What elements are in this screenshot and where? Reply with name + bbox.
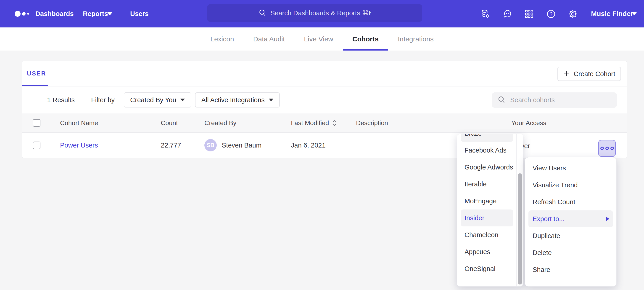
plus-icon <box>563 70 570 77</box>
apps-grid-icon[interactable] <box>524 9 534 19</box>
submenu-item-braze[interactable]: Braze <box>461 134 513 142</box>
row-actions-button[interactable] <box>598 140 616 157</box>
svg-text:?: ? <box>550 11 552 17</box>
export-submenu: Braze Facebook Ads Google Adwords Iterab… <box>457 134 524 286</box>
filter-toolbar: 1 Results Filter by Created By You All A… <box>22 86 627 113</box>
submenu-item-iterable[interactable]: Iterable <box>461 176 513 193</box>
last-modified-value: Jan 6, 2021 <box>291 141 356 149</box>
search-icon <box>498 96 506 104</box>
active-tab-underline <box>343 49 388 51</box>
cohort-search-input[interactable] <box>510 96 606 104</box>
submenu-item-moengage[interactable]: MoEngage <box>461 193 513 210</box>
avatar: SB <box>204 139 217 152</box>
submenu-scrollbar-thumb[interactable] <box>518 173 522 284</box>
header-your-access: Your Access <box>511 119 627 127</box>
table-header: Cohort Name Count Created By Last Modifi… <box>22 113 627 133</box>
row-context-menu: View Users Visualize Trend Refresh Count… <box>525 157 616 286</box>
ellipsis-icon <box>600 147 604 150</box>
create-cohort-button[interactable]: Create Cohort <box>558 67 621 81</box>
cohort-name-link[interactable]: Power Users <box>60 141 161 149</box>
project-selector[interactable]: Music Finder <box>591 0 633 28</box>
nav-users[interactable]: Users <box>130 0 149 28</box>
header-cohort-name: Cohort Name <box>60 119 161 127</box>
header-created-by: Created By <box>204 119 291 127</box>
mixpanel-logo-icon[interactable] <box>14 0 29 28</box>
submenu-item-onesignal[interactable]: OneSignal <box>461 260 513 277</box>
caret-down-icon <box>180 99 185 101</box>
global-search-input[interactable] <box>270 9 371 17</box>
submenu-item-facebook-ads[interactable]: Facebook Ads <box>461 142 513 159</box>
filter-by-label: Filter by <box>91 96 115 104</box>
header-last-modified[interactable]: Last Modified <box>291 119 356 127</box>
submenu-item-appcues[interactable]: Appcues <box>461 243 513 260</box>
sort-chevrons-icon <box>332 120 337 126</box>
menu-item-delete[interactable]: Delete <box>528 244 613 261</box>
tab-live-view[interactable]: Live View <box>304 28 333 51</box>
feedback-icon[interactable] <box>503 9 512 19</box>
cohorts-panel: USER Create Cohort 1 Results Filter by C… <box>22 61 627 158</box>
search-icon <box>258 9 267 17</box>
caret-down-icon <box>269 99 273 101</box>
created-by-cell: SB Steven Baum <box>204 139 291 152</box>
row-checkbox[interactable] <box>33 141 40 149</box>
menu-item-refresh-count[interactable]: Refresh Count <box>528 194 613 210</box>
integrations-filter[interactable]: All Active Integrations <box>195 92 280 107</box>
cohort-search[interactable] <box>492 92 617 108</box>
submenu-item-chameleon[interactable]: Chameleon <box>461 226 513 243</box>
menu-item-view-users[interactable]: View Users <box>528 160 613 177</box>
panel-header: USER Create Cohort <box>22 61 627 86</box>
tab-data-audit[interactable]: Data Audit <box>253 28 285 51</box>
section-tabs: Lexicon Data Audit Live View Cohorts Int… <box>0 28 644 51</box>
settings-gear-icon[interactable] <box>568 9 578 19</box>
nav-dashboards[interactable]: Dashboards <box>36 0 74 28</box>
menu-item-export-to[interactable]: Export to... <box>528 210 613 227</box>
menu-item-duplicate[interactable]: Duplicate <box>528 227 613 244</box>
tab-user-cohorts[interactable]: USER <box>27 70 46 77</box>
user-tab-underline <box>22 85 48 86</box>
global-search[interactable] <box>207 4 422 22</box>
header-count: Count <box>161 119 204 127</box>
top-navbar: Dashboards Reports Users <box>0 0 644 28</box>
project-caret-icon[interactable] <box>632 12 637 15</box>
menu-item-visualize-trend[interactable]: Visualize Trend <box>528 177 613 194</box>
select-all-checkbox[interactable] <box>33 119 40 127</box>
submenu-item-insider[interactable]: Insider <box>461 210 513 226</box>
reports-caret-icon[interactable] <box>107 12 112 15</box>
header-description: Description <box>356 119 511 127</box>
data-management-icon[interactable] <box>481 9 490 19</box>
help-icon[interactable]: ? <box>546 9 556 19</box>
table-row: Power Users 22,777 SB Steven Baum Jan 6,… <box>22 133 627 158</box>
submenu-arrow-icon <box>606 217 609 221</box>
tab-cohorts[interactable]: Cohorts <box>352 28 379 51</box>
results-count: 1 Results <box>47 96 75 104</box>
created-by-filter[interactable]: Created By You <box>124 92 191 107</box>
tab-lexicon[interactable]: Lexicon <box>210 28 234 51</box>
cohort-count: 22,777 <box>161 141 204 149</box>
submenu-item-google-adwords[interactable]: Google Adwords <box>461 159 513 176</box>
toolbar-divider <box>83 94 83 106</box>
created-by-name: Steven Baum <box>222 141 262 149</box>
tab-integrations[interactable]: Integrations <box>398 28 434 51</box>
nav-reports[interactable]: Reports <box>83 0 108 28</box>
menu-item-share[interactable]: Share <box>528 261 613 278</box>
